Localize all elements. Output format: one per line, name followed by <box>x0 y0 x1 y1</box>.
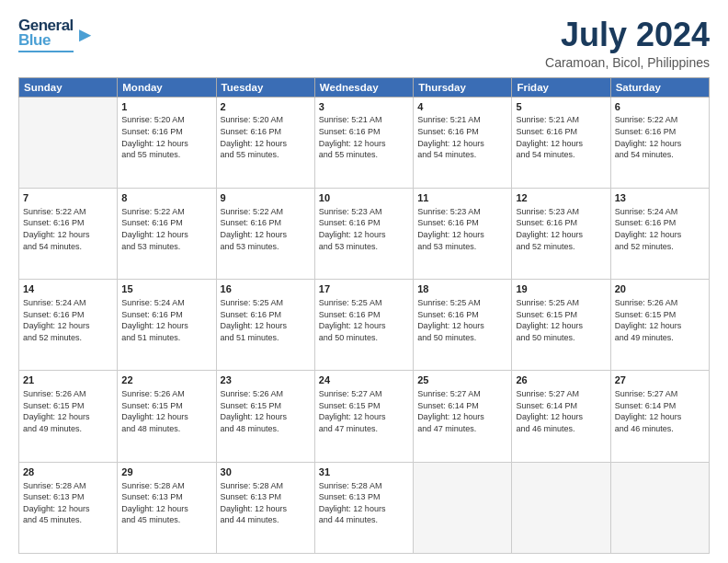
day-number: 18 <box>417 282 507 296</box>
table-row: 31Sunrise: 5:28 AMSunset: 6:13 PMDayligh… <box>314 462 413 553</box>
day-number: 23 <box>221 373 311 387</box>
day-info: Sunrise: 5:28 AMSunset: 6:13 PMDaylight:… <box>23 480 113 526</box>
day-info: Sunrise: 5:26 AMSunset: 6:15 PMDaylight:… <box>121 388 211 434</box>
table-row: 14Sunrise: 5:24 AMSunset: 6:16 PMDayligh… <box>19 280 118 371</box>
table-row: 12Sunrise: 5:23 AMSunset: 6:16 PMDayligh… <box>512 188 610 279</box>
calendar-week-row: 28Sunrise: 5:28 AMSunset: 6:13 PMDayligh… <box>19 462 710 553</box>
day-info: Sunrise: 5:28 AMSunset: 6:13 PMDaylight:… <box>221 480 311 526</box>
table-row: 8Sunrise: 5:22 AMSunset: 6:16 PMDaylight… <box>118 188 216 279</box>
day-number: 9 <box>221 191 311 205</box>
table-row: 3Sunrise: 5:21 AMSunset: 6:16 PMDaylight… <box>314 97 413 188</box>
col-sunday: Sunday <box>19 77 118 97</box>
day-number: 6 <box>615 100 705 114</box>
day-info: Sunrise: 5:25 AMSunset: 6:16 PMDaylight:… <box>417 297 507 343</box>
day-number: 13 <box>615 191 705 205</box>
day-number: 19 <box>516 282 606 296</box>
day-info: Sunrise: 5:26 AMSunset: 6:15 PMDaylight:… <box>221 388 311 434</box>
day-number: 2 <box>221 100 311 114</box>
table-row: 21Sunrise: 5:26 AMSunset: 6:15 PMDayligh… <box>19 371 118 462</box>
day-number: 21 <box>23 373 113 387</box>
day-info: Sunrise: 5:25 AMSunset: 6:16 PMDaylight:… <box>319 297 409 343</box>
day-info: Sunrise: 5:24 AMSunset: 6:16 PMDaylight:… <box>121 297 211 343</box>
day-number: 8 <box>121 191 211 205</box>
logo-chevron-icon: ► <box>75 25 96 45</box>
table-row: 24Sunrise: 5:27 AMSunset: 6:15 PMDayligh… <box>314 371 413 462</box>
day-number: 22 <box>121 373 211 387</box>
table-row: 10Sunrise: 5:23 AMSunset: 6:16 PMDayligh… <box>314 188 413 279</box>
table-row: 18Sunrise: 5:25 AMSunset: 6:16 PMDayligh… <box>414 280 512 371</box>
day-number: 29 <box>121 465 211 479</box>
day-info: Sunrise: 5:28 AMSunset: 6:13 PMDaylight:… <box>319 480 409 526</box>
day-info: Sunrise: 5:20 AMSunset: 6:16 PMDaylight:… <box>221 114 311 160</box>
table-row <box>512 462 610 553</box>
calendar-week-row: 14Sunrise: 5:24 AMSunset: 6:16 PMDayligh… <box>19 280 710 371</box>
day-number: 12 <box>516 191 606 205</box>
day-info: Sunrise: 5:21 AMSunset: 6:16 PMDaylight:… <box>319 114 409 160</box>
table-row: 22Sunrise: 5:26 AMSunset: 6:15 PMDayligh… <box>118 371 216 462</box>
day-info: Sunrise: 5:23 AMSunset: 6:16 PMDaylight:… <box>417 206 507 252</box>
day-number: 14 <box>23 282 113 296</box>
day-info: Sunrise: 5:27 AMSunset: 6:14 PMDaylight:… <box>417 388 507 434</box>
calendar-week-row: 21Sunrise: 5:26 AMSunset: 6:15 PMDayligh… <box>19 371 710 462</box>
day-number: 3 <box>319 100 409 114</box>
table-row: 19Sunrise: 5:25 AMSunset: 6:15 PMDayligh… <box>512 280 610 371</box>
day-number: 31 <box>319 465 409 479</box>
calendar-page: General Blue ► July 2024 Caramoan, Bicol… <box>0 0 728 563</box>
day-info: Sunrise: 5:27 AMSunset: 6:14 PMDaylight:… <box>516 388 606 434</box>
month-year: July 2024 <box>545 17 710 53</box>
logo-underline <box>18 51 74 52</box>
table-row: 1Sunrise: 5:20 AMSunset: 6:16 PMDaylight… <box>118 97 216 188</box>
table-row <box>610 462 709 553</box>
table-row: 15Sunrise: 5:24 AMSunset: 6:16 PMDayligh… <box>118 280 216 371</box>
day-info: Sunrise: 5:24 AMSunset: 6:16 PMDaylight:… <box>23 297 113 343</box>
table-row: 25Sunrise: 5:27 AMSunset: 6:14 PMDayligh… <box>414 371 512 462</box>
day-info: Sunrise: 5:25 AMSunset: 6:15 PMDaylight:… <box>516 297 606 343</box>
logo-icon: General Blue <box>18 17 74 52</box>
day-number: 10 <box>319 191 409 205</box>
calendar-week-row: 7Sunrise: 5:22 AMSunset: 6:16 PMDaylight… <box>19 188 710 279</box>
table-row: 16Sunrise: 5:25 AMSunset: 6:16 PMDayligh… <box>216 280 314 371</box>
day-number: 25 <box>417 373 507 387</box>
table-row: 27Sunrise: 5:27 AMSunset: 6:14 PMDayligh… <box>610 371 709 462</box>
day-number: 28 <box>23 465 113 479</box>
table-row: 5Sunrise: 5:21 AMSunset: 6:16 PMDaylight… <box>512 97 610 188</box>
day-info: Sunrise: 5:27 AMSunset: 6:14 PMDaylight:… <box>615 388 705 434</box>
table-row: 23Sunrise: 5:26 AMSunset: 6:15 PMDayligh… <box>216 371 314 462</box>
day-info: Sunrise: 5:20 AMSunset: 6:16 PMDaylight:… <box>121 114 211 160</box>
logo: General Blue ► <box>18 17 96 52</box>
day-number: 7 <box>23 191 113 205</box>
day-info: Sunrise: 5:25 AMSunset: 6:16 PMDaylight:… <box>221 297 311 343</box>
logo-bottom: Blue <box>18 31 74 50</box>
day-number: 26 <box>516 373 606 387</box>
day-info: Sunrise: 5:21 AMSunset: 6:16 PMDaylight:… <box>516 114 606 160</box>
table-row: 7Sunrise: 5:22 AMSunset: 6:16 PMDaylight… <box>19 188 118 279</box>
col-wednesday: Wednesday <box>314 77 413 97</box>
calendar-table: Sunday Monday Tuesday Wednesday Thursday… <box>18 77 710 554</box>
table-row: 20Sunrise: 5:26 AMSunset: 6:15 PMDayligh… <box>610 280 709 371</box>
day-info: Sunrise: 5:22 AMSunset: 6:16 PMDaylight:… <box>615 114 705 160</box>
header: General Blue ► July 2024 Caramoan, Bicol… <box>18 17 710 70</box>
day-info: Sunrise: 5:23 AMSunset: 6:16 PMDaylight:… <box>319 206 409 252</box>
day-number: 24 <box>319 373 409 387</box>
day-info: Sunrise: 5:22 AMSunset: 6:16 PMDaylight:… <box>121 206 211 252</box>
day-number: 16 <box>221 282 311 296</box>
table-row: 9Sunrise: 5:22 AMSunset: 6:16 PMDaylight… <box>216 188 314 279</box>
table-row: 2Sunrise: 5:20 AMSunset: 6:16 PMDaylight… <box>216 97 314 188</box>
day-number: 27 <box>615 373 705 387</box>
col-friday: Friday <box>512 77 610 97</box>
table-row: 6Sunrise: 5:22 AMSunset: 6:16 PMDaylight… <box>610 97 709 188</box>
calendar-week-row: 1Sunrise: 5:20 AMSunset: 6:16 PMDaylight… <box>19 97 710 188</box>
day-info: Sunrise: 5:23 AMSunset: 6:16 PMDaylight:… <box>516 206 606 252</box>
table-row: 26Sunrise: 5:27 AMSunset: 6:14 PMDayligh… <box>512 371 610 462</box>
col-monday: Monday <box>118 77 216 97</box>
day-number: 1 <box>121 100 211 114</box>
table-row: 13Sunrise: 5:24 AMSunset: 6:16 PMDayligh… <box>610 188 709 279</box>
day-info: Sunrise: 5:28 AMSunset: 6:13 PMDaylight:… <box>121 480 211 526</box>
day-info: Sunrise: 5:22 AMSunset: 6:16 PMDaylight:… <box>221 206 311 252</box>
col-tuesday: Tuesday <box>216 77 314 97</box>
day-number: 4 <box>417 100 507 114</box>
location: Caramoan, Bicol, Philippines <box>545 55 710 70</box>
table-row: 11Sunrise: 5:23 AMSunset: 6:16 PMDayligh… <box>414 188 512 279</box>
table-row <box>19 97 118 188</box>
col-saturday: Saturday <box>610 77 709 97</box>
